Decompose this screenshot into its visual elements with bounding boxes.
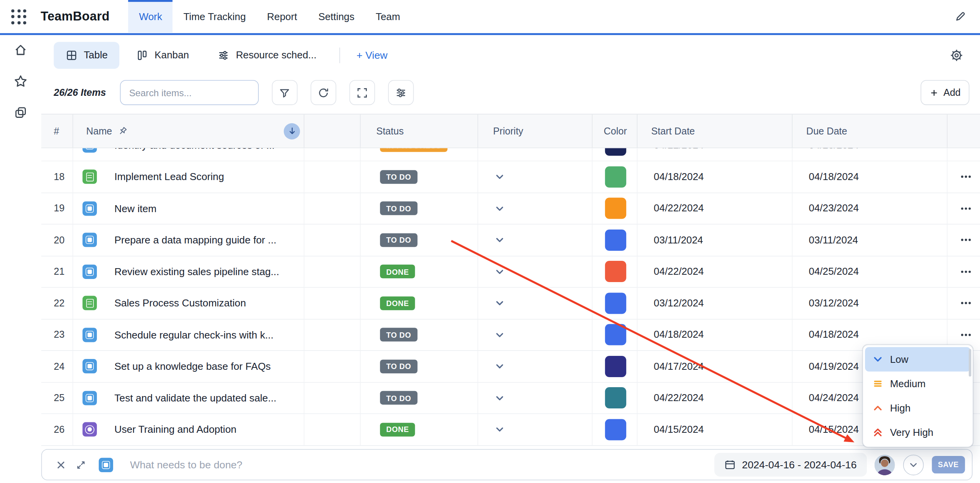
color-swatch[interactable] — [605, 230, 626, 251]
item-name[interactable]: Review existing sales pipeline stag... — [114, 266, 279, 278]
start-date[interactable]: 04/18/2024 — [638, 162, 792, 192]
start-date[interactable]: 04/22/2024 — [638, 383, 792, 413]
item-name[interactable]: User Training and Adoption — [114, 423, 236, 435]
column-header-due-date[interactable]: Due Date — [792, 114, 947, 148]
status-badge[interactable]: TO DO — [380, 170, 417, 184]
status-badge[interactable]: IN PROGRESS — [380, 148, 447, 152]
star-icon[interactable] — [14, 75, 28, 88]
row-actions-button[interactable] — [948, 162, 980, 192]
pin-icon[interactable] — [117, 126, 128, 137]
start-date[interactable]: 04/22/2024 — [638, 193, 792, 224]
start-date[interactable]: 04/17/2024 — [638, 351, 792, 382]
start-date[interactable]: 04/18/2024 — [638, 319, 792, 350]
tab-report[interactable]: Report — [256, 0, 308, 33]
priority-dropdown-chevron-icon[interactable] — [494, 298, 505, 309]
view-tab-kanban[interactable]: Kanban — [125, 42, 201, 69]
priority-dropdown-chevron-icon[interactable] — [494, 330, 505, 340]
color-swatch[interactable] — [605, 261, 626, 282]
color-swatch[interactable] — [605, 419, 626, 440]
column-header-start-date[interactable]: Start Date — [638, 114, 792, 148]
start-date[interactable]: 04/22/2024 — [638, 148, 792, 161]
color-swatch[interactable] — [605, 148, 626, 156]
column-header-status[interactable]: Status — [361, 114, 478, 148]
new-item-input[interactable] — [129, 458, 714, 471]
table-row[interactable]: 26 User Training and Adoption DONE 04/15… — [41, 414, 980, 446]
status-badge[interactable]: TO DO — [380, 359, 417, 373]
fullscreen-button[interactable] — [349, 80, 375, 105]
start-date[interactable]: 04/22/2024 — [638, 256, 792, 287]
column-header-name[interactable]: Name — [73, 114, 304, 148]
item-name[interactable]: New item — [114, 202, 156, 214]
color-swatch[interactable] — [605, 293, 626, 314]
start-date[interactable]: 03/11/2024 — [638, 224, 792, 255]
color-swatch[interactable] — [605, 356, 626, 377]
table-row[interactable]: 23 Schedule regular check-ins with k... … — [41, 319, 980, 351]
tab-time-tracking[interactable]: Time Tracking — [173, 0, 256, 33]
table-row[interactable]: 19 New item TO DO 04/22/2024 04/23/2024 — [41, 193, 980, 224]
item-type-icon[interactable] — [99, 457, 113, 472]
tab-work[interactable]: Work — [128, 0, 173, 33]
refresh-button[interactable] — [310, 80, 336, 105]
row-actions-button[interactable] — [948, 288, 980, 319]
row-actions-button[interactable] — [948, 193, 980, 224]
home-icon[interactable] — [14, 43, 28, 57]
status-badge[interactable]: DONE — [380, 423, 415, 437]
tab-settings[interactable]: Settings — [308, 0, 365, 33]
due-date[interactable]: 04/18/2024 — [792, 162, 947, 192]
due-date[interactable]: 03/12/2024 — [792, 288, 947, 319]
table-row[interactable]: 22 Sales Process Customization DONE 03/1… — [41, 288, 980, 320]
item-name[interactable]: Implement Lead Scoring — [114, 171, 224, 183]
table-row[interactable]: 21 Review existing sales pipeline stag..… — [41, 256, 980, 288]
item-name[interactable]: Set up a knowledge base for FAQs — [114, 361, 271, 372]
table-row[interactable]: 20 Prepare a data mapping guide for ... … — [41, 224, 980, 256]
priority-dropdown-chevron-icon[interactable] — [494, 424, 505, 435]
start-date[interactable]: 04/15/2024 — [638, 414, 792, 445]
avatar[interactable] — [874, 454, 895, 475]
status-badge[interactable]: TO DO — [380, 202, 417, 216]
due-date[interactable]: 04/23/2024 — [792, 193, 947, 224]
view-tab-table[interactable]: Table — [54, 42, 119, 69]
table-row[interactable]: 24 Set up a knowledge base for FAQs TO D… — [41, 351, 980, 383]
status-badge[interactable]: TO DO — [380, 233, 417, 247]
priority-dropdown-chevron-icon[interactable] — [494, 393, 505, 403]
app-launcher-grid-icon[interactable] — [11, 9, 26, 24]
priority-option-medium[interactable]: Medium — [865, 371, 971, 396]
gear-icon[interactable] — [950, 48, 963, 61]
priority-dropdown-chevron-icon[interactable] — [494, 172, 505, 182]
priority-dropdown-chevron-icon[interactable] — [494, 235, 505, 245]
item-name[interactable]: Prepare a data mapping guide for ... — [114, 234, 276, 246]
display-settings-button[interactable] — [388, 80, 414, 105]
item-name[interactable]: Identify and document sources of ... — [114, 148, 275, 151]
color-swatch[interactable] — [605, 166, 626, 187]
table-row[interactable]: 25 Test and validate the updated sale...… — [41, 383, 980, 414]
priority-dropdown-chevron-icon[interactable] — [494, 361, 505, 372]
due-date[interactable]: 04/23/2024 — [792, 148, 947, 161]
priority-dropdown-chevron-icon[interactable] — [494, 266, 505, 277]
tab-team[interactable]: Team — [365, 0, 410, 33]
item-name[interactable]: Sales Process Customization — [114, 297, 246, 309]
add-item-button[interactable]: Add — [921, 80, 970, 105]
status-badge[interactable]: TO DO — [380, 391, 417, 405]
row-actions-button[interactable] — [948, 256, 980, 287]
color-swatch[interactable] — [605, 324, 626, 345]
column-header-num[interactable]: # — [41, 114, 73, 148]
status-badge[interactable]: DONE — [380, 296, 415, 310]
row-actions-button[interactable] — [948, 148, 980, 161]
save-button[interactable]: SAVE — [932, 456, 965, 473]
color-swatch[interactable] — [605, 387, 626, 408]
close-icon[interactable] — [56, 459, 66, 470]
pencil-icon[interactable] — [955, 11, 966, 23]
add-view-button[interactable]: + View — [356, 49, 387, 61]
priority-option-low[interactable]: Low — [865, 347, 971, 371]
status-badge[interactable]: TO DO — [380, 328, 417, 342]
dropdown-scrollbar[interactable] — [969, 349, 971, 376]
priority-dropdown-chevron-icon[interactable] — [494, 203, 505, 214]
start-date[interactable]: 03/12/2024 — [638, 288, 792, 319]
expand-options-button[interactable] — [903, 454, 923, 475]
item-name[interactable]: Test and validate the updated sale... — [114, 392, 276, 404]
due-date[interactable]: 04/25/2024 — [792, 256, 947, 287]
date-range-picker[interactable]: 2024-04-16 - 2024-04-16 — [714, 453, 866, 477]
status-badge[interactable]: DONE — [380, 265, 415, 279]
priority-dropdown-chevron-icon[interactable] — [494, 148, 505, 151]
table-row[interactable]: 18 Implement Lead Scoring TO DO 04/18/20… — [41, 162, 980, 193]
